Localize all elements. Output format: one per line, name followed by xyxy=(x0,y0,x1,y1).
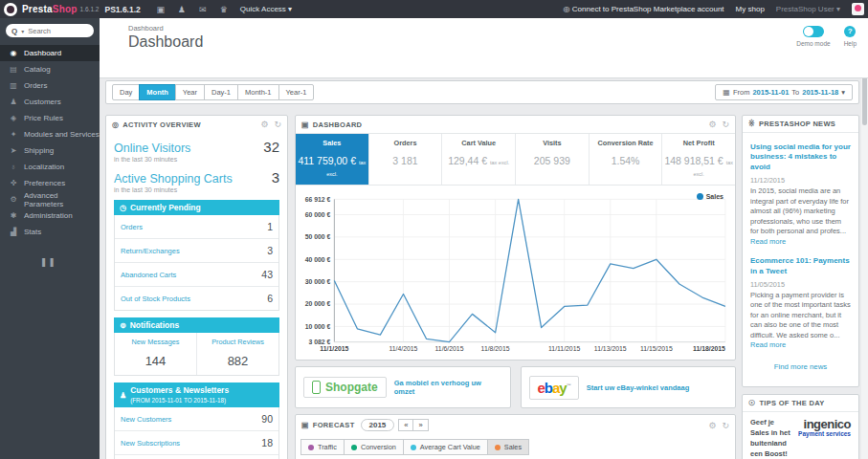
quick-access-menu[interactable]: Quick Access ▾ xyxy=(240,5,292,13)
range-year-1-button[interactable]: Year-1 xyxy=(278,84,315,100)
version-label: 1.6.1.2 xyxy=(80,6,100,12)
legend-label: Traffic xyxy=(318,443,337,451)
sidebar-item-label: Shipping xyxy=(24,146,54,155)
demo-mode-label: Demo mode xyxy=(796,40,830,47)
range-year-button[interactable]: Year xyxy=(175,84,205,100)
gear-icon[interactable]: ⚙ xyxy=(260,120,268,129)
sidebar-item-advanced-parameters[interactable]: ⚙Advanced Parameters xyxy=(0,191,100,208)
list-item: Out of Stock Products6 xyxy=(115,287,278,310)
sidebar-item-shipping[interactable]: ➤Shipping xyxy=(0,142,100,159)
ebay-link[interactable]: Start uw eBay-winkel vandaag xyxy=(587,383,690,392)
abandoned-carts-link[interactable]: Abandoned Carts xyxy=(121,271,176,279)
kpi-sales-tab[interactable]: Sales411 759,00 € tax excl. xyxy=(296,134,369,185)
article-title-link[interactable]: Ecommerce 101: Payments in a Tweet xyxy=(750,256,851,276)
sidebar-item-label: Localization xyxy=(24,163,64,171)
kpi-cart-value-tab[interactable]: Cart Value129,44 € tax excl. xyxy=(442,134,516,185)
out-of-stock-link[interactable]: Out of Stock Products xyxy=(121,295,190,303)
kpi-conversion-rate-tab[interactable]: Conversion Rate1.54% xyxy=(590,134,663,185)
sidebar-item-customers[interactable]: ♟Customers xyxy=(0,94,100,110)
new-customers-link[interactable]: New Customers xyxy=(121,415,171,424)
search-input[interactable] xyxy=(28,27,78,35)
range-day-button[interactable]: Day xyxy=(112,84,140,100)
avatar[interactable] xyxy=(852,3,864,15)
article-excerpt: In 2015, social media are an integral pa… xyxy=(750,186,849,235)
article-title-link[interactable]: Using social media for your business: 4 … xyxy=(750,142,851,172)
kpi-value: 129,44 € xyxy=(448,155,487,166)
sidebar-item-price-rules[interactable]: ◈Price Rules xyxy=(0,110,100,126)
lightbulb-icon: ☉ xyxy=(748,399,755,407)
marketplace-label: Connect to PrestaShop Marketplace accoun… xyxy=(572,5,724,13)
online-visitors-link[interactable]: Online Visitors xyxy=(114,142,190,155)
pending-returns-link[interactable]: Return/Exchanges xyxy=(121,247,180,255)
customers-icon: ♟ xyxy=(9,98,18,106)
range-month-1-button[interactable]: Month-1 xyxy=(237,84,279,100)
legend-label: Sales xyxy=(706,193,723,200)
sidebar-item-stats[interactable]: ▟Stats xyxy=(0,224,100,240)
gear-icon[interactable]: ⚙ xyxy=(708,421,716,430)
range-month-button[interactable]: Month xyxy=(139,84,176,100)
find-more-news-link[interactable]: Find more news xyxy=(750,351,851,381)
range-day-1-button[interactable]: Day-1 xyxy=(204,84,238,100)
kpi-tabs: Sales411 759,00 € tax excl. Orders3 181 … xyxy=(296,133,735,186)
mail-icon[interactable]: ✉ xyxy=(192,5,213,14)
activity-overview-panel: ◎ACTIVITY OVERVIEW ⚙↻ Online Visitors32 … xyxy=(105,115,288,459)
demo-mode-toggle[interactable] xyxy=(803,26,824,37)
list-item: Total Subscribers1308 xyxy=(115,455,278,459)
collapse-sidebar-button[interactable]: ❚❚ xyxy=(40,257,100,267)
user-menu[interactable]: PrestaShop User ▾ xyxy=(776,5,840,13)
marketplace-link[interactable]: ◎ Connect to PrestaShop Marketplace acco… xyxy=(564,5,724,13)
section-title: Currently Pending xyxy=(130,203,201,212)
refresh-icon[interactable]: ↻ xyxy=(274,120,281,129)
sidebar-item-preferences[interactable]: ✜Preferences xyxy=(0,175,100,191)
previous-year-button[interactable]: « xyxy=(398,419,413,431)
article-date: 11/12/2015 xyxy=(750,176,851,185)
brand[interactable]: PrestaShop xyxy=(22,4,78,14)
sidebar-item-dashboard[interactable]: ◉Dashboard xyxy=(0,45,100,61)
forecast-traffic-button[interactable]: Traffic xyxy=(300,439,345,455)
pending-orders-link[interactable]: Orders xyxy=(121,223,143,231)
sidebar-item-modules[interactable]: ✦Modules and Services xyxy=(0,126,100,142)
kpi-visits-tab[interactable]: Visits205 939 xyxy=(516,134,590,185)
sidebar-item-orders[interactable]: ▥Orders xyxy=(0,77,100,94)
help-icon[interactable]: ? xyxy=(844,26,856,37)
cart-icon[interactable]: ▣ xyxy=(150,5,171,14)
date-range-toolbar: Day Month Year Day-1 Month-1 Year-1 ▦ Fr… xyxy=(105,80,859,104)
prestashop-logo-icon[interactable] xyxy=(4,3,17,16)
forecast-avg-cart-value-button[interactable]: Average Cart Value xyxy=(403,439,488,455)
product-reviews-link[interactable]: Product Reviews xyxy=(199,338,277,346)
kpi-orders-tab[interactable]: Orders3 181 xyxy=(369,134,443,185)
advanced-parameters-icon: ⚙ xyxy=(9,195,18,204)
sidebar-item-administration[interactable]: ✱Administration xyxy=(0,208,100,224)
ingenico-logo: ingenico Payment services xyxy=(798,418,851,438)
gear-icon[interactable]: ⚙ xyxy=(708,120,716,129)
sidebar-search[interactable]: Q ▾ xyxy=(6,24,94,37)
profile-icon[interactable]: ♟ xyxy=(171,5,192,14)
section-title: Notifications xyxy=(130,320,179,330)
kpi-net-profit-tab[interactable]: Net Profit148 918,51 € tax excl. xyxy=(662,134,735,185)
new-messages-link[interactable]: New Messages xyxy=(117,338,194,346)
new-subscriptions-link[interactable]: New Subscriptions xyxy=(121,439,180,448)
next-year-button[interactable]: » xyxy=(412,419,428,431)
date-range-button[interactable]: ▦ From 2015-11-01 To 2015-11-18 ▾ xyxy=(715,84,853,100)
read-more-link[interactable]: Read more xyxy=(750,237,786,246)
sidebar-item-label: Stats xyxy=(24,228,41,236)
sidebar-item-catalog[interactable]: ▤Catalog xyxy=(0,61,100,77)
active-carts-value: 3 xyxy=(272,169,279,186)
forecast-legend: Traffic Conversion Average Cart Value Sa… xyxy=(296,435,735,459)
refresh-icon[interactable]: ↻ xyxy=(722,120,729,129)
forecast-conversion-button[interactable]: Conversion xyxy=(344,439,404,455)
activity-icon: ◎ xyxy=(112,120,119,129)
preferences-icon: ✜ xyxy=(9,179,18,187)
read-more-link[interactable]: Read more xyxy=(750,340,786,349)
shopgate-link[interactable]: Ga mobiel en verhoog uw omzet xyxy=(394,379,502,396)
svg-text:66 912 €: 66 912 € xyxy=(305,196,331,203)
my-shop-link[interactable]: My shop xyxy=(736,5,765,13)
active-carts-link[interactable]: Active Shopping Carts xyxy=(114,172,233,186)
prestashop-news-panel: ※PRESTASHOP NEWS Using social media for … xyxy=(742,115,859,387)
forecast-sales-button[interactable]: Sales xyxy=(487,439,529,455)
sidebar-item-localization[interactable]: ♁Localization xyxy=(0,159,100,175)
trophy-icon[interactable]: ♛ xyxy=(213,5,234,14)
sidebar-item-label: Preferences xyxy=(24,179,65,187)
breadcrumb: Dashboard xyxy=(128,24,164,33)
refresh-icon[interactable]: ↻ xyxy=(722,421,729,430)
